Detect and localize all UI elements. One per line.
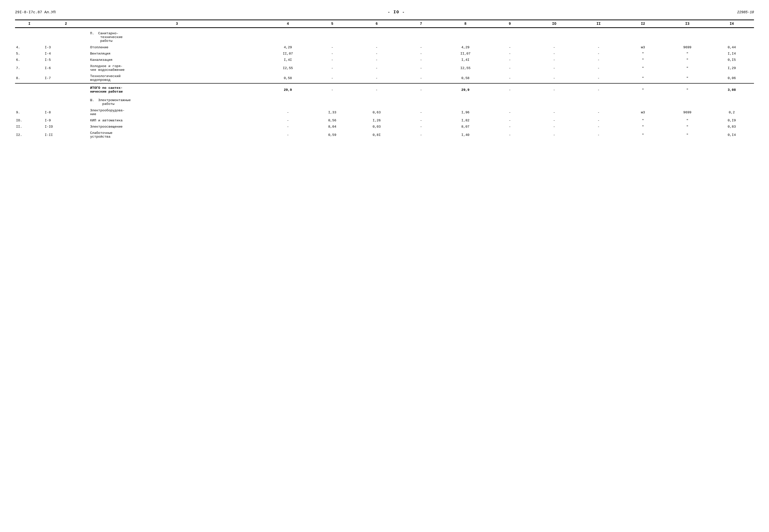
row-col10-4: - (532, 44, 576, 51)
column-headers: I 2 3 4 5 6 7 8 9 IO II I2 I3 I4 (15, 20, 754, 28)
row-col5-6: - (310, 57, 354, 63)
row-col7-12: - (399, 130, 443, 140)
row-col4-8: 0,58 (266, 73, 310, 83)
row-col9-7: - (488, 63, 532, 73)
row-col6-5: - (354, 51, 399, 57)
row-col9-9: - (488, 107, 532, 117)
row-col6-10: I,26 (354, 117, 399, 124)
row-col6-7: - (354, 63, 399, 73)
itogo-col11: - (576, 83, 621, 95)
row-num-8: 8. (15, 73, 44, 83)
col-header-12: I2 (621, 20, 665, 28)
itogo-row-santech: ИТОГО по сантех-ническим работам 29,9 - … (15, 83, 754, 95)
row-name-6: Канализация (88, 57, 266, 63)
row-col11-10: - (576, 117, 621, 124)
row-col14-10: 0,I9 (710, 117, 754, 124)
row-col10-12: - (532, 130, 576, 140)
itogo-label-santech: ИТОГО по сантех-ническим работам (88, 83, 266, 95)
table-row: 4. I-3 Отопление 4,29 - - - 4,29 - - - м… (15, 44, 754, 51)
row-col5-7: - (310, 63, 354, 73)
col-header-9: 9 (488, 20, 532, 28)
row-col4-6: I,4I (266, 57, 310, 63)
row-col4-12: - (266, 130, 310, 140)
row-col9-12: - (488, 130, 532, 140)
row-col14-11: 0,83 (710, 124, 754, 130)
row-col9-4: - (488, 44, 532, 51)
row-col10-11: - (532, 124, 576, 130)
row-col12-10: " (621, 117, 665, 124)
doc-number: 29I-8-I7c.87 Ал.УП (15, 10, 56, 15)
row-col14-9: 0,2 (710, 107, 754, 117)
row-col8-9: I,96 (443, 107, 487, 117)
row-col8-4: 4,29 (443, 44, 487, 51)
row-col6-9: 0,63 (354, 107, 399, 117)
row-col13-12: " (665, 130, 709, 140)
table-row: 7. I-6 Холодное и горя-чее водоснабжение… (15, 63, 754, 73)
row-col11-12: - (576, 130, 621, 140)
row-name-8: Технологическийводопровод (88, 73, 266, 83)
row-name-7: Холодное и горя-чее водоснабжение (88, 63, 266, 73)
col-header-1: I (15, 20, 44, 28)
row-col13-9: 9699 (665, 107, 709, 117)
row-col10-8: - (532, 73, 576, 83)
row-col7-10: - (399, 117, 443, 124)
table-row: 6. I-5 Канализация I,4I - - - I,4I - - -… (15, 57, 754, 63)
itogo-col14: 3,08 (710, 83, 754, 95)
row-col13-8: " (665, 73, 709, 83)
row-code-6: I-5 (44, 57, 88, 63)
col-header-6: 6 (354, 20, 399, 28)
sec-code-empty (44, 28, 88, 45)
itogo-col13: " (665, 83, 709, 95)
row-col4-9: - (266, 107, 310, 117)
row-col5-10: 0,56 (310, 117, 354, 124)
itogo-col10: - (532, 83, 576, 95)
row-code-8: I-7 (44, 73, 88, 83)
page-header: 29I-8-I7c.87 Ал.УП - IO - 22985-10 (15, 10, 754, 15)
row-col11-7: - (576, 63, 621, 73)
row-col5-12: 0,59 (310, 130, 354, 140)
sec3-code-empty (44, 95, 88, 107)
col-header-3: 3 (88, 20, 266, 28)
row-num-5: 5. (15, 51, 44, 57)
section-label-santech: П. Санитарно- технические работы (88, 28, 266, 45)
row-col9-6: - (488, 57, 532, 63)
col-header-10: IO (532, 20, 576, 28)
row-col7-7: - (399, 63, 443, 73)
itogo-num-empty (15, 83, 44, 95)
row-col4-10: - (266, 117, 310, 124)
row-col14-8: 0,06 (710, 73, 754, 83)
itogo-col5: - (310, 83, 354, 95)
row-num-4: 4. (15, 44, 44, 51)
row-col5-11: 8,04 (310, 124, 354, 130)
row-col12-6: " (621, 57, 665, 63)
row-col8-5: II,07 (443, 51, 487, 57)
itogo-col4: 29,9 (266, 83, 310, 95)
row-col11-6: - (576, 57, 621, 63)
row-code-11: I-IO (44, 124, 88, 130)
row-col11-11: - (576, 124, 621, 130)
row-col5-5: - (310, 51, 354, 57)
row-col12-7: " (621, 63, 665, 73)
sec3-num-empty (15, 95, 44, 107)
row-col6-11: 0,03 (354, 124, 399, 130)
table-row: 8. I-7 Технологическийводопровод 0,58 - … (15, 73, 754, 83)
row-col11-8: - (576, 73, 621, 83)
row-col11-4: - (576, 44, 621, 51)
row-code-5: I-4 (44, 51, 88, 57)
row-col6-8: - (354, 73, 399, 83)
table-row: 5. I-4 Вентиляция II,07 - - - II,07 - - … (15, 51, 754, 57)
row-col14-5: I,I4 (710, 51, 754, 57)
row-col4-11: - (266, 124, 310, 130)
col-header-14: I4 (710, 20, 754, 28)
row-num-10: IO. (15, 117, 44, 124)
row-col7-5: - (399, 51, 443, 57)
row-col11-5: - (576, 51, 621, 57)
row-name-12: Слаботочныеустройства (88, 130, 266, 140)
row-col13-10: " (665, 117, 709, 124)
row-code-4: I-3 (44, 44, 88, 51)
row-col12-5: " (621, 51, 665, 57)
itogo-col6: - (354, 83, 399, 95)
col-header-5: 5 (310, 20, 354, 28)
row-col5-4: - (310, 44, 354, 51)
row-num-7: 7. (15, 63, 44, 73)
